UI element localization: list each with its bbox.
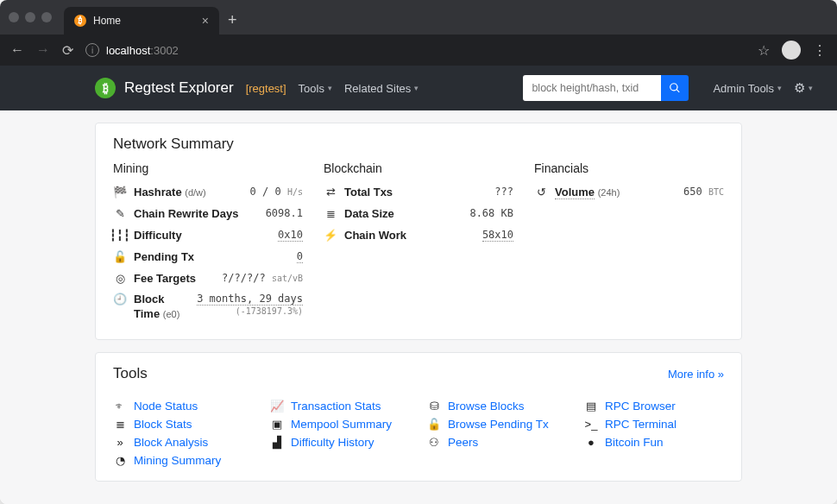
history-icon: ↺ <box>534 186 548 198</box>
difficulty-row: ┇╏┇ Difficulty 0x10 <box>113 225 303 247</box>
browser-menu-icon[interactable]: ⋮ <box>813 42 827 59</box>
chevron-down-icon: ▾ <box>809 84 813 92</box>
bookmark-icon[interactable]: ☆ <box>758 42 770 59</box>
mining-column: Mining 🏁 Hashrate (d/w) 0 / 0 H/s ✎ Chai… <box>113 161 303 325</box>
bitcoin-icon: ● <box>584 436 598 449</box>
chevron-down-icon: ▾ <box>414 84 418 92</box>
tachometer-icon: 🏁 <box>113 186 127 198</box>
tool-browse-pending-tx: 🔓Browse Pending Tx <box>427 418 567 431</box>
profile-avatar[interactable] <box>782 41 801 60</box>
tool-link[interactable]: Block Stats <box>134 418 192 431</box>
angle-double-icon: » <box>113 436 127 449</box>
layers-icon: ≣ <box>113 418 127 431</box>
page-content: Network Summary Mining 🏁 Hashrate (d/w) … <box>0 110 837 504</box>
close-tab-icon[interactable]: × <box>202 14 209 28</box>
settings-menu[interactable]: ⚙▾ <box>794 80 813 96</box>
nav-admin-tools[interactable]: Admin Tools▾ <box>713 82 782 95</box>
column-heading: Financials <box>534 161 724 175</box>
tool-link[interactable]: Bitcoin Fun <box>605 436 664 449</box>
address-bar[interactable]: i localhost:3002 <box>85 43 746 57</box>
gear-icon: ⚙ <box>794 80 805 96</box>
book-icon: ▤ <box>584 400 598 413</box>
bolt-icon: ⚡ <box>324 229 337 242</box>
network-summary-card: Network Summary Mining 🏁 Hashrate (d/w) … <box>95 123 742 340</box>
tool-rpc-terminal: >_RPC Terminal <box>584 418 724 431</box>
hashrate-row: 🏁 Hashrate (d/w) 0 / 0 H/s <box>113 182 303 204</box>
maximize-window-icon[interactable] <box>41 12 52 22</box>
sitemap-icon: ⚇ <box>427 436 441 449</box>
exchange-icon: ⇄ <box>324 186 337 198</box>
app-header: ₿ Regtest Explorer [regtest] Tools▾ Rela… <box>0 66 837 110</box>
database-icon: ≣ <box>324 207 337 220</box>
tool-link[interactable]: Browse Blocks <box>448 400 525 413</box>
volume-row: ↺ Volume (24h) 650 BTC <box>534 182 724 204</box>
tool-browse-blocks: ⛁Browse Blocks <box>427 400 567 413</box>
new-tab-button[interactable]: + <box>228 11 237 29</box>
tool-link[interactable]: RPC Terminal <box>605 418 677 431</box>
more-info-link[interactable]: More info » <box>668 368 724 381</box>
minimize-window-icon[interactable] <box>25 12 35 22</box>
site-info-icon[interactable]: i <box>85 43 99 57</box>
broadcast-icon: ᯤ <box>113 400 127 413</box>
unlock-icon: 🔓 <box>427 418 441 431</box>
chevron-down-icon: ▾ <box>777 84 782 92</box>
tool-mining-summary: ◔Mining Summary <box>113 454 253 467</box>
chevron-down-icon: ▾ <box>328 84 332 92</box>
tool-difficulty-history: ▟Difficulty History <box>270 436 410 449</box>
pending-tx-row: 🔓 Pending Tx 0 <box>113 247 303 268</box>
clock-icon: 🕘 <box>113 293 127 306</box>
column-heading: Mining <box>113 161 303 175</box>
tool-mempool-summary: ▣Mempool Summary <box>270 418 410 431</box>
nav-related-sites[interactable]: Related Sites▾ <box>344 82 418 95</box>
url-port: :3002 <box>150 44 179 57</box>
forward-icon[interactable]: → <box>36 42 50 58</box>
tool-rpc-browser: ▤RPC Browser <box>584 400 724 413</box>
tool-link[interactable]: RPC Browser <box>605 400 676 413</box>
close-window-icon[interactable] <box>9 12 19 22</box>
data-size-row: ≣ Data Size 8.68 KB <box>324 204 513 225</box>
tools-card: Tools More info » ᯤNode Status 📈Transact… <box>95 352 742 482</box>
tool-link[interactable]: Node Status <box>134 400 198 413</box>
card-title: Tools <box>113 365 148 382</box>
url-host: localhost <box>106 44 150 57</box>
cubes-icon: ⛁ <box>427 400 441 413</box>
column-heading: Blockchain <box>324 161 513 175</box>
browser-tab[interactable]: Home × <box>64 7 219 35</box>
tool-link[interactable]: Mining Summary <box>134 454 221 467</box>
unlock-icon: 🔓 <box>113 250 127 263</box>
tab-title: Home <box>93 15 121 27</box>
search-button[interactable] <box>661 75 689 101</box>
chart-line-icon: 📈 <box>270 400 284 413</box>
tool-bitcoin-fun: ●Bitcoin Fun <box>584 436 724 449</box>
search-input[interactable] <box>523 75 661 101</box>
chain-rewrite-row: ✎ Chain Rewrite Days 6098.1 <box>113 204 303 225</box>
window-controls[interactable] <box>9 12 52 22</box>
tool-link[interactable]: Browse Pending Tx <box>448 418 549 431</box>
terminal-icon: >_ <box>584 418 598 431</box>
block-time-row: 🕘 Block Time (e0) 3 months, 29 days (-17… <box>113 289 303 325</box>
brand[interactable]: ₿ Regtest Explorer <box>95 78 234 98</box>
network-tag: [regtest] <box>246 82 286 95</box>
tool-link[interactable]: Transaction Stats <box>291 400 381 413</box>
tool-node-status: ᯤNode Status <box>113 400 253 413</box>
tool-link[interactable]: Block Analysis <box>134 436 208 449</box>
chart-bar-icon: ▟ <box>270 436 284 449</box>
total-txs-row: ⇄ Total Txs ??? <box>324 182 513 204</box>
browser-titlebar: Home × + <box>0 0 837 35</box>
search-form <box>523 75 689 101</box>
reload-icon[interactable]: ⟳ <box>62 42 73 59</box>
clipboard-icon: ▣ <box>270 418 284 431</box>
tool-link[interactable]: Mempool Summary <box>291 418 392 431</box>
tool-link[interactable]: Difficulty History <box>291 436 374 449</box>
tool-link[interactable]: Peers <box>448 436 478 449</box>
nav-tools[interactable]: Tools▾ <box>299 82 332 95</box>
back-icon[interactable]: ← <box>10 42 24 58</box>
card-title: Network Summary <box>113 135 724 153</box>
sliders-icon: ┇╏┇ <box>113 229 127 242</box>
financials-column: Financials ↺ Volume (24h) 650 BTC <box>534 161 724 325</box>
browser-toolbar: ← → ⟳ i localhost:3002 ☆ ⋮ <box>0 35 837 66</box>
search-icon <box>669 82 681 94</box>
fee-targets-row: ◎ Fee Targets ?/?/?/? sat/vB <box>113 268 303 290</box>
chain-work-row: ⚡ Chain Work 58x10 <box>324 225 513 247</box>
brand-name: Regtest Explorer <box>124 79 234 97</box>
